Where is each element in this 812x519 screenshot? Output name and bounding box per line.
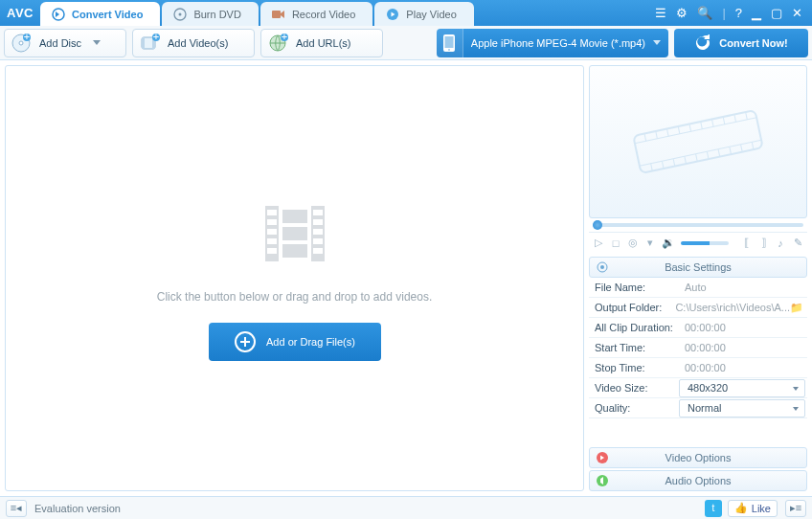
value: 00:00:00 <box>677 322 807 333</box>
add-files-button[interactable]: Add or Drag File(s) <box>209 323 381 361</box>
svg-text:+: + <box>153 33 159 42</box>
svg-line-51 <box>673 159 675 167</box>
svg-line-44 <box>701 122 703 129</box>
svg-point-6 <box>19 41 23 45</box>
row-stop-time: Stop Time: 00:00:00 <box>589 358 807 378</box>
video-size-select[interactable]: 480x320 <box>679 379 805 397</box>
svg-line-49 <box>651 164 653 171</box>
svg-line-52 <box>685 156 687 164</box>
label: Quality: <box>589 402 677 414</box>
maximize-icon[interactable]: ▢ <box>771 6 782 20</box>
play-icon[interactable]: ▷ <box>593 236 604 251</box>
svg-rect-24 <box>282 244 307 258</box>
trim-end-icon[interactable]: ⟧ <box>757 236 769 251</box>
tab-record-video[interactable]: Record Video <box>260 2 372 26</box>
app-logo: AVC <box>0 0 40 26</box>
volume-slider[interactable] <box>681 241 729 245</box>
search-icon[interactable]: 🔍 <box>697 6 712 20</box>
svg-line-56 <box>730 147 732 154</box>
close-icon[interactable]: ✕ <box>792 6 802 20</box>
svg-rect-29 <box>267 248 277 254</box>
add-urls-button[interactable]: + Add URL(s) <box>260 29 383 57</box>
svg-line-55 <box>718 149 720 157</box>
dropzone-hint: Click the button below or drag and drop … <box>157 290 433 304</box>
svg-point-60 <box>600 265 604 269</box>
volume-icon[interactable]: 🔉 <box>662 236 675 251</box>
value[interactable]: C:\Users\rich\Videos\A...📁 <box>667 302 807 314</box>
video-icon <box>596 451 609 464</box>
add-videos-button[interactable]: + Add Video(s) <box>132 29 255 57</box>
facebook-like-button[interactable]: 👍Like <box>728 500 778 517</box>
tab-burn-dvd[interactable]: Burn DVD <box>162 2 259 26</box>
svg-line-46 <box>723 117 725 124</box>
audio-options-header[interactable]: Audio Options <box>589 470 807 491</box>
seek-thumb[interactable] <box>593 220 602 230</box>
convert-now-button[interactable]: Convert Now! <box>674 29 808 57</box>
seek-bar[interactable] <box>589 218 807 232</box>
gear-icon <box>596 260 609 274</box>
svg-rect-36 <box>633 110 762 173</box>
prev-page-button[interactable]: ≡◂ <box>6 500 27 517</box>
svg-line-50 <box>662 161 664 169</box>
value[interactable]: Auto <box>677 282 807 293</box>
preview-controls: ▷ □ ◎ ▾ 🔉 ⟦ ⟧ ♪ ✎ <box>589 232 807 253</box>
twitter-button[interactable]: t <box>705 500 722 517</box>
help-icon[interactable]: ? <box>735 6 742 20</box>
value[interactable]: 00:00:00 <box>677 362 807 373</box>
svg-rect-3 <box>272 11 281 18</box>
chevron-down-icon[interactable]: ▾ <box>644 236 656 251</box>
svg-line-57 <box>741 145 743 152</box>
svg-line-54 <box>707 151 709 159</box>
row-video-size: Video Size: 480x320 <box>589 378 807 398</box>
filmstrip-icon <box>258 196 332 271</box>
stop-icon[interactable]: □ <box>610 236 621 251</box>
audio-icon <box>596 474 609 487</box>
dropzone-pane[interactable]: Click the button below or drag and drop … <box>5 65 584 491</box>
svg-rect-10 <box>142 37 145 49</box>
svg-line-38 <box>640 140 761 166</box>
svg-line-58 <box>752 142 754 149</box>
svg-rect-32 <box>313 229 323 235</box>
button-label: Add URL(s) <box>296 37 350 49</box>
label: File Name: <box>589 282 677 293</box>
chevron-down-icon <box>653 40 661 45</box>
section-label: Basic Settings <box>665 261 732 273</box>
snapshot-icon[interactable]: ◎ <box>627 236 639 251</box>
equalizer-icon[interactable]: ♪ <box>775 236 786 251</box>
row-output-folder: Output Folder: C:\Users\rich\Videos\A...… <box>589 298 807 318</box>
svg-line-42 <box>678 126 680 134</box>
main-tabs: Convert Video Burn DVD Record Video Play… <box>40 0 655 26</box>
play-icon <box>386 8 399 21</box>
minimize-icon[interactable]: ▁ <box>752 6 761 20</box>
svg-rect-28 <box>267 238 277 244</box>
video-options-header[interactable]: Video Options <box>589 447 807 468</box>
edit-icon[interactable]: ✎ <box>792 236 803 251</box>
folder-icon[interactable]: 📁 <box>790 302 803 314</box>
tab-convert-video[interactable]: Convert Video <box>40 2 160 26</box>
svg-line-39 <box>644 133 646 141</box>
value[interactable]: 00:00:00 <box>677 342 807 353</box>
tab-play-video[interactable]: Play Video <box>374 2 473 26</box>
gear-icon[interactable]: ⚙ <box>676 6 688 20</box>
svg-point-19 <box>448 49 450 51</box>
refresh-icon <box>694 34 711 52</box>
svg-rect-33 <box>313 238 323 244</box>
social-buttons: t 👍Like <box>705 500 778 517</box>
section-label: Video Options <box>665 452 732 463</box>
add-disc-button[interactable]: + Add Disc <box>4 29 126 57</box>
svg-point-2 <box>179 12 182 15</box>
menu-icon[interactable]: ☰ <box>655 6 666 20</box>
thumbs-up-icon: 👍 <box>734 502 748 514</box>
output-profile-select[interactable]: Apple iPhone MPEG-4 Movie (*.mp4) <box>437 29 668 57</box>
basic-settings-header[interactable]: Basic Settings <box>589 257 807 278</box>
trim-start-icon[interactable]: ⟦ <box>740 236 752 251</box>
convert-icon <box>52 8 65 21</box>
svg-line-37 <box>635 118 756 144</box>
separator: | <box>722 6 725 20</box>
label: Stop Time: <box>589 362 677 373</box>
quality-select[interactable]: Normal <box>679 399 805 417</box>
preview-panel <box>589 65 807 218</box>
next-page-button[interactable]: ▸≡ <box>785 500 806 517</box>
label: All Clip Duration: <box>589 322 677 333</box>
svg-line-40 <box>656 131 658 139</box>
